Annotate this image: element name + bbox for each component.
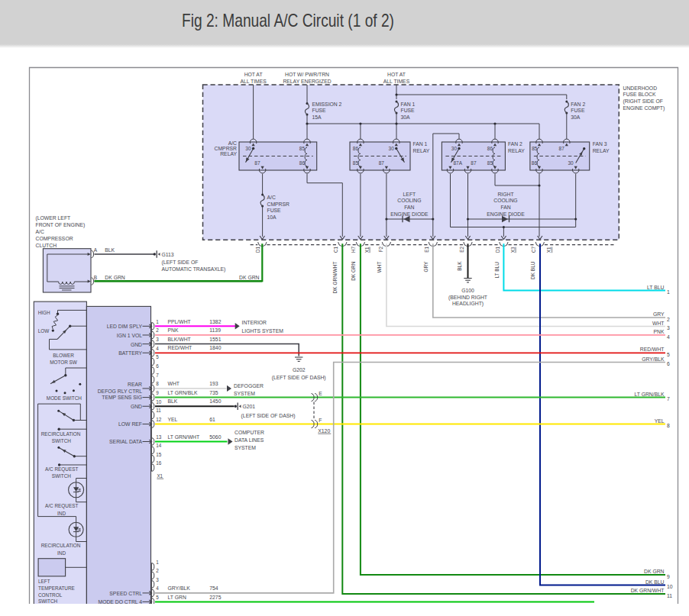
svg-text:X1: X1 [546, 247, 552, 253]
svg-text:(LEFT SIDE OF: (LEFT SIDE OF [162, 260, 199, 266]
svg-text:85: 85 [532, 146, 538, 151]
svg-text:ENGINE DIODE: ENGINE DIODE [487, 211, 525, 217]
svg-text:LT GRN/BLK: LT GRN/BLK [168, 390, 198, 395]
svg-text:DK BLU: DK BLU [645, 579, 665, 585]
svg-text:HOT W/ PWR/TRN: HOT W/ PWR/TRN [285, 72, 329, 77]
svg-text:DK GRN: DK GRN [105, 275, 125, 280]
svg-text:6: 6 [667, 361, 670, 366]
svg-text:2: 2 [667, 317, 670, 322]
svg-text:FUSE BLOCK: FUSE BLOCK [623, 92, 657, 97]
svg-text:Fig 2: Manual A/C Circuit (1 o: Fig 2: Manual A/C Circuit (1 of 2) [182, 10, 394, 31]
svg-text:2: 2 [156, 327, 159, 333]
svg-text:RELAY: RELAY [413, 148, 430, 153]
svg-text:FRONT OF ENGINE): FRONT OF ENGINE) [36, 222, 86, 228]
svg-text:E2: E2 [459, 247, 464, 253]
svg-text:AUTOMATIC TRANSAXLE): AUTOMATIC TRANSAXLE) [162, 266, 226, 273]
svg-text:LT BLU: LT BLU [494, 262, 500, 279]
svg-text:RIGHT: RIGHT [497, 192, 513, 197]
svg-text:IGN 1 VOL: IGN 1 VOL [117, 333, 142, 338]
svg-text:LEFT: LEFT [403, 192, 416, 197]
svg-text:ENGINE COMPT): ENGINE COMPT) [623, 105, 665, 111]
svg-text:LOW REF: LOW REF [118, 421, 142, 427]
svg-text:30A: 30A [401, 114, 411, 120]
svg-text:HOT AT: HOT AT [244, 72, 263, 77]
svg-text:RELAY: RELAY [508, 148, 525, 153]
svg-text:COOLING: COOLING [397, 198, 421, 203]
svg-text:MOTOR SW: MOTOR SW [50, 360, 78, 365]
svg-text:7: 7 [156, 373, 159, 378]
svg-text:GRY: GRY [423, 261, 429, 273]
svg-text:LT BLU: LT BLU [647, 285, 665, 290]
svg-text:X3: X3 [510, 247, 516, 253]
svg-text:RELAY ENERGIZED: RELAY ENERGIZED [283, 79, 331, 84]
svg-text:D1: D1 [255, 247, 260, 253]
svg-text:FAN: FAN [500, 205, 510, 210]
svg-text:CONTROL: CONTROL [38, 592, 63, 598]
svg-text:30A: 30A [571, 114, 581, 120]
svg-text:EMISSION 2: EMISSION 2 [312, 102, 342, 107]
svg-text:DK GRN: DK GRN [644, 569, 665, 574]
svg-text:BATTERY: BATTERY [118, 350, 142, 356]
svg-text:1: 1 [156, 560, 159, 565]
svg-text:RELAY: RELAY [593, 148, 610, 153]
svg-text:HOT AT: HOT AT [387, 72, 406, 77]
svg-text:INTERIOR: INTERIOR [242, 320, 267, 325]
svg-text:85: 85 [487, 160, 493, 166]
svg-text:8: 8 [667, 423, 670, 428]
svg-text:87A: 87A [454, 160, 463, 166]
svg-text:15A: 15A [312, 114, 322, 120]
svg-text:TEMPERATURE: TEMPERATURE [38, 585, 75, 591]
svg-text:SPEED CTRL: SPEED CTRL [109, 591, 142, 596]
svg-text:HIGH: HIGH [38, 310, 50, 315]
svg-text:FUSE: FUSE [571, 108, 585, 113]
svg-text:RED/WHT: RED/WHT [168, 345, 192, 350]
svg-text:16: 16 [156, 460, 162, 466]
svg-text:5: 5 [156, 595, 159, 600]
svg-text:LT GRN/BLK: LT GRN/BLK [634, 392, 664, 397]
svg-text:9: 9 [667, 574, 670, 579]
svg-text:A/C REQUEST: A/C REQUEST [45, 503, 78, 509]
svg-text:30: 30 [389, 146, 395, 151]
svg-text:10A: 10A [267, 214, 277, 220]
svg-text:FUSE: FUSE [267, 208, 282, 213]
svg-text:87: 87 [379, 160, 385, 166]
svg-text:UNDERHOOD: UNDERHOOD [623, 85, 658, 91]
svg-text:BLK: BLK [168, 398, 178, 404]
svg-text:GND: GND [131, 404, 142, 409]
svg-text:GRY/BLK: GRY/BLK [168, 585, 191, 591]
svg-text:3: 3 [156, 577, 159, 582]
svg-text:F: F [319, 418, 322, 423]
svg-text:WHT: WHT [377, 261, 382, 273]
svg-text:WHT: WHT [652, 321, 664, 326]
svg-text:4: 4 [156, 346, 159, 351]
svg-text:10: 10 [156, 399, 162, 405]
svg-text:FUSE: FUSE [401, 108, 416, 113]
svg-text:1: 1 [156, 319, 159, 324]
svg-text:HEADLIGHT): HEADLIGHT) [452, 301, 484, 307]
svg-text:LOW: LOW [38, 328, 50, 334]
svg-text:30: 30 [568, 160, 574, 166]
svg-text:13: 13 [156, 434, 162, 440]
svg-text:5060: 5060 [209, 434, 221, 440]
svg-text:BLOWER: BLOWER [53, 353, 74, 358]
svg-text:11: 11 [667, 593, 672, 598]
svg-text:C1: C1 [333, 247, 338, 253]
svg-text:CLUTCH: CLUTCH [36, 243, 57, 248]
svg-text:GRY/BLK: GRY/BLK [642, 356, 665, 362]
svg-text:A/C: A/C [228, 140, 237, 146]
svg-text:LEFT: LEFT [38, 579, 50, 584]
svg-text:FAN 2: FAN 2 [571, 102, 585, 107]
svg-text:85: 85 [299, 146, 306, 151]
svg-text:735: 735 [209, 390, 218, 395]
svg-text:61: 61 [209, 417, 215, 422]
svg-text:IND: IND [57, 511, 66, 516]
svg-text:85: 85 [353, 160, 359, 166]
svg-text:SWITCH: SWITCH [52, 438, 72, 443]
svg-text:ALL TIMES: ALL TIMES [383, 79, 410, 84]
svg-text:RECIRCULATION: RECIRCULATION [41, 543, 81, 548]
svg-text:BLK: BLK [457, 261, 462, 271]
svg-text:86: 86 [532, 160, 538, 166]
svg-text:G113: G113 [162, 252, 174, 257]
svg-text:FAN 2: FAN 2 [508, 141, 522, 147]
svg-text:1382: 1382 [209, 319, 221, 324]
